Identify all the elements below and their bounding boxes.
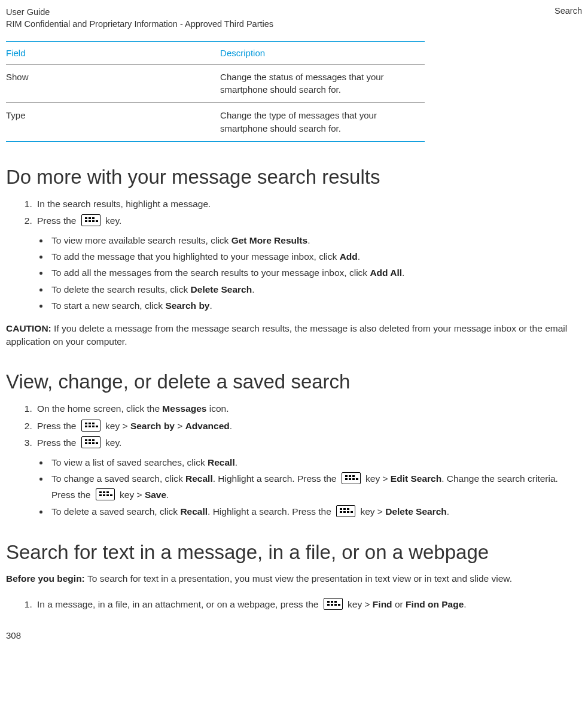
page-number: 308 xyxy=(6,615,582,646)
before-you-begin: Before you begin: To search for text in … xyxy=(6,572,582,585)
menu-key-icon xyxy=(81,214,100,226)
step: In a message, in a file, in an attachmen… xyxy=(35,597,582,612)
fields-table: Field Description Show Change the status… xyxy=(6,41,425,142)
cell-desc: Change the status of messages that your … xyxy=(220,64,425,103)
menu-key-icon xyxy=(336,505,355,517)
section-heading: Search for text in a message, in a file,… xyxy=(6,541,582,564)
table-header-description: Description xyxy=(220,41,425,64)
step: In the search results, highlight a messa… xyxy=(35,197,582,212)
menu-key-icon xyxy=(81,420,100,432)
header-title: User Guide xyxy=(6,6,273,18)
cell-field: Type xyxy=(6,103,220,142)
table-header-field: Field xyxy=(6,41,220,64)
bullet: To view more available search results, c… xyxy=(49,232,582,248)
header-subtitle: RIM Confidential and Proprietary Informa… xyxy=(6,18,273,30)
table-row: Show Change the status of messages that … xyxy=(6,64,425,103)
section-heading: Do more with your message search results xyxy=(6,166,582,189)
caution-paragraph: CAUTION: If you delete a message from th… xyxy=(6,322,582,349)
header-section: Search xyxy=(555,6,582,31)
bullet: To delete the search results, click Dele… xyxy=(49,281,582,297)
bullet: To change a saved search, click Recall. … xyxy=(49,470,582,503)
step: Press the key. xyxy=(35,436,582,451)
menu-key-icon xyxy=(342,472,361,484)
menu-key-icon xyxy=(81,436,100,448)
menu-key-icon xyxy=(96,488,115,500)
table-row: Type Change the type of messages that yo… xyxy=(6,103,425,142)
bullet: To view a list of saved searches, click … xyxy=(49,454,582,470)
bullet: To start a new search, click Search by. xyxy=(49,297,582,314)
step: On the home screen, click the Messages i… xyxy=(35,402,582,417)
cell-desc: Change the type of messages that your sm… xyxy=(220,103,425,142)
bullet: To delete a saved search, click Recall. … xyxy=(49,503,582,520)
bullet: To add the message that you highlighted … xyxy=(49,248,582,265)
section-heading: View, change, or delete a saved search xyxy=(6,370,582,393)
menu-key-icon xyxy=(324,598,343,610)
bullet: To add all the messages from the search … xyxy=(49,265,582,281)
step: Press the key > Search by > Advanced. xyxy=(35,419,582,434)
page-header: User Guide RIM Confidential and Propriet… xyxy=(6,0,582,35)
cell-field: Show xyxy=(6,64,220,103)
step: Press the key. xyxy=(35,214,582,229)
